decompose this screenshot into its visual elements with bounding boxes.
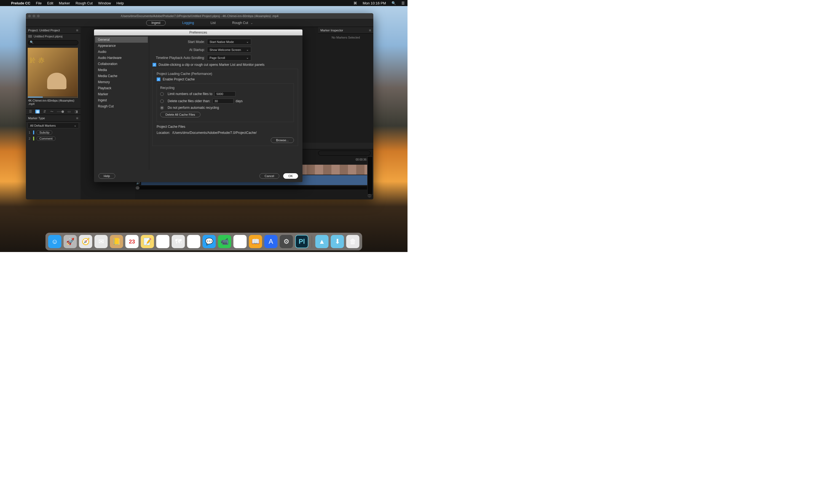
dock-itunes[interactable]: ♫: [234, 235, 247, 248]
older-radio[interactable]: [160, 99, 164, 103]
help-button[interactable]: Help: [98, 173, 115, 179]
scroll-select[interactable]: Page Scroll⌄: [207, 55, 251, 61]
cancel-button[interactable]: Cancel: [260, 173, 279, 179]
prefs-nav-audio[interactable]: Audio: [95, 49, 148, 55]
dock-apps-folder[interactable]: ▲: [315, 235, 329, 248]
marker-subclip-button[interactable]: 1 Subclip: [26, 129, 80, 136]
dock-appstore[interactable]: A: [265, 235, 278, 248]
ingest-button[interactable]: Ingest: [146, 20, 166, 26]
double-click-checkbox[interactable]: ✓: [152, 63, 156, 67]
dock-safari[interactable]: 🧭: [79, 235, 92, 248]
project-view-toolbar: ☰ ▦ ⇵ 〜 ▭ ◨: [26, 108, 80, 115]
prefs-nav-ingest[interactable]: Ingest: [95, 97, 148, 103]
menu-help[interactable]: Help: [113, 1, 126, 5]
freeform-view-icon[interactable]: ⇵: [42, 110, 47, 113]
minimize-window-button[interactable]: [33, 15, 35, 17]
close-window-button[interactable]: [28, 15, 31, 17]
timeline-search-input[interactable]: [318, 151, 371, 156]
prefs-nav-rough-cut[interactable]: Rough Cut: [95, 103, 148, 109]
menu-window[interactable]: Window: [95, 1, 113, 5]
project-file-row[interactable]: Untitled Project.plproj: [26, 34, 80, 39]
dock-messages[interactable]: 💬: [202, 235, 216, 248]
chevron-down-icon: ⌄: [246, 56, 249, 59]
marker-comment-button[interactable]: 2 Comment: [26, 136, 80, 142]
notification-center-icon[interactable]: ☰: [399, 1, 408, 5]
thumbnail-overlay: 於 赤: [29, 56, 45, 64]
menu-marker[interactable]: Marker: [56, 1, 72, 5]
dock-facetime[interactable]: 📹: [218, 235, 231, 248]
dock-photos[interactable]: ✿: [187, 235, 200, 248]
window-titlebar[interactable]: /Users/dmx/Documents/Adobe/Prelude/7.0/P…: [26, 13, 373, 19]
thumbnail-view-icon[interactable]: ▦: [35, 110, 40, 113]
older-input[interactable]: [213, 99, 234, 104]
dock-reminders[interactable]: ☰: [156, 235, 169, 248]
script-menu-icon[interactable]: ⌘: [351, 1, 360, 5]
prefs-nav-marker[interactable]: Marker: [95, 91, 148, 97]
recycling-group: Recycling Limit numbers of cache files t…: [156, 83, 294, 122]
dock-ibooks[interactable]: 📖: [249, 235, 262, 248]
menu-rough-cut[interactable]: Rough Cut: [73, 1, 95, 5]
prefs-nav-playback[interactable]: Playback: [95, 85, 148, 91]
new-bin-icon[interactable]: ▭: [67, 110, 71, 113]
project-cache-group: Project Loading Cache (Performance) ✓ En…: [152, 69, 298, 146]
list-view-icon[interactable]: ☰: [28, 110, 33, 113]
start-mode-select[interactable]: Start Native Mode⌄: [207, 39, 251, 45]
info-icon[interactable]: ⓘ: [368, 194, 371, 198]
workspace-list[interactable]: List: [211, 21, 216, 25]
prefs-nav-collaboration[interactable]: Collaboration: [95, 61, 148, 67]
marker-type-dropdown[interactable]: All Default Markers ⌄: [28, 123, 79, 128]
prefs-nav-audio-hardware[interactable]: Audio Hardware: [95, 55, 148, 61]
dock-preferences[interactable]: ⚙: [280, 235, 293, 248]
marker-type-panel: Marker Type ≡ All Default Markers ⌄ 1 Su…: [26, 115, 80, 199]
prefs-nav-media[interactable]: Media: [95, 67, 148, 73]
clip-thumbnail[interactable]: 於 赤: [28, 48, 78, 98]
workspace-overflow-icon[interactable]: ⌄: [250, 21, 253, 25]
timeline-scrollbar[interactable]: [136, 186, 373, 189]
dock-contacts[interactable]: 📒: [110, 235, 123, 248]
spotlight-icon[interactable]: 🔍: [389, 1, 399, 5]
prefs-nav-general[interactable]: General: [95, 37, 148, 43]
dock-notes[interactable]: 📝: [141, 235, 154, 248]
limit-radio[interactable]: [160, 92, 164, 96]
zoom-slider[interactable]: [57, 111, 64, 112]
menubar-clock[interactable]: Mon 10:16 PM: [360, 1, 389, 5]
project-search-input[interactable]: [28, 40, 78, 45]
dock-launchpad[interactable]: 🚀: [64, 235, 77, 248]
workspace-rough-cut[interactable]: Rough Cut: [232, 21, 248, 25]
location-label: Location:: [156, 131, 170, 135]
dock-finder[interactable]: ☺: [48, 235, 61, 248]
noauto-radio[interactable]: [160, 106, 164, 110]
app-name-menu[interactable]: Prelude CC: [8, 1, 33, 5]
prefs-nav-media-cache[interactable]: Media Cache: [95, 73, 148, 79]
dock-maps[interactable]: 🗺: [172, 235, 185, 248]
at-startup-select[interactable]: Show Welcome Screen⌄: [207, 47, 251, 53]
menu-edit[interactable]: Edit: [44, 1, 56, 5]
project-panel: Project: Untitled Project ≡ Untitled Pro…: [26, 27, 80, 115]
dock-prelude[interactable]: Pl: [295, 235, 309, 248]
prefs-nav-appearance[interactable]: Appearance: [95, 43, 148, 49]
zoom-handle-left[interactable]: [136, 186, 139, 189]
project-panel-menu-icon[interactable]: ≡: [76, 28, 78, 32]
workspace-logging[interactable]: Logging: [182, 21, 194, 25]
prefs-nav-memory[interactable]: Memory: [95, 79, 148, 85]
zoom-window-button[interactable]: [37, 15, 40, 17]
find-icon[interactable]: ◨: [74, 110, 78, 113]
marker-inspector-menu-icon[interactable]: ≡: [369, 28, 371, 32]
ok-button[interactable]: OK: [283, 173, 298, 179]
browse-button[interactable]: Browse...: [271, 137, 294, 143]
dock-downloads-folder[interactable]: ⬇: [331, 235, 344, 248]
menu-file[interactable]: File: [33, 1, 44, 5]
start-mode-label: Start Mode:: [152, 40, 205, 44]
delete-all-cache-button[interactable]: Delete All Cache Files: [160, 112, 200, 117]
dock-trash[interactable]: 🗑: [346, 235, 360, 248]
dock-calendar[interactable]: 23: [125, 235, 139, 248]
limit-input[interactable]: [215, 91, 236, 96]
sort-icon[interactable]: 〜: [50, 110, 54, 113]
window-title: /Users/dmx/Documents/Adobe/Prelude/7.0/P…: [26, 14, 373, 18]
enable-cache-checkbox[interactable]: ✓: [156, 77, 160, 81]
dock-mail[interactable]: ✉: [94, 235, 108, 248]
marker-type-menu-icon[interactable]: ≡: [76, 116, 78, 120]
preferences-dialog: Preferences General Appearance Audio Aud…: [94, 29, 303, 182]
bin-icon: [28, 35, 32, 38]
older-label: Delete cache files older than:: [167, 99, 211, 103]
